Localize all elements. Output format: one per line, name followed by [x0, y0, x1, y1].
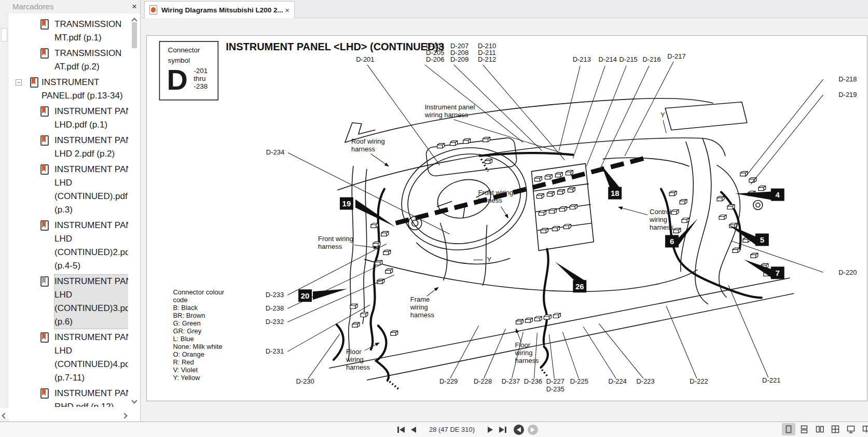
- connector-cube-icon: [557, 190, 564, 194]
- connector-cube-icon: [563, 224, 571, 229]
- connector-cube-icon: [534, 177, 542, 181]
- leader-line: [751, 95, 823, 185]
- bookmark-icon: [40, 220, 49, 231]
- harness-label: wiring: [346, 356, 364, 363]
- connector-cube-icon: [450, 141, 458, 146]
- document-canvas: INSTRUMENT PANEL <LHD> (CONTINUED)3 Conn…: [141, 18, 868, 421]
- connector-label: D-209: [450, 55, 469, 63]
- single-page-view-icon[interactable]: [782, 423, 795, 435]
- bookmark-item[interactable]: INSTRUMENT PANELLHD.pdf (p.1): [8, 105, 128, 132]
- bookmarks-vertical-scrollbar[interactable]: [131, 13, 138, 407]
- connector-label: D-228: [474, 377, 492, 385]
- wire-colour-label: Y: [660, 111, 665, 119]
- connector-cube-icon: [352, 322, 360, 327]
- bookmark-label: INSTRUMENT PANELLHD(CONTINUED)4.pdf(p.7-…: [54, 331, 128, 385]
- diagram-line-art: [329, 98, 794, 389]
- last-page-button[interactable]: [499, 427, 506, 433]
- leader-line: [287, 244, 387, 295]
- bookmark-item[interactable]: INSTRUMENT PANELRHD.pdf (p.12): [8, 387, 128, 407]
- document-tab[interactable]: Wiring DIagrams Mitsubishi L200 2... ×: [144, 1, 295, 18]
- split-view-view-icon[interactable]: [860, 423, 868, 435]
- history-forward-button[interactable]: [528, 425, 538, 435]
- connector-label: D-216: [642, 55, 660, 63]
- leader-line: [586, 66, 626, 166]
- connector-label: D-229: [439, 377, 458, 385]
- callout-pointer: [728, 224, 756, 245]
- tab-close-icon[interactable]: ×: [285, 6, 290, 15]
- harness-label: Front wiring: [478, 189, 514, 196]
- rail-handle[interactable]: [1, 28, 7, 41]
- history-back-button[interactable]: [514, 425, 524, 435]
- presentation-view-icon[interactable]: [844, 423, 858, 435]
- colour-code-line: BR: Brown: [173, 312, 205, 319]
- colour-code-line: R: Red: [173, 358, 194, 366]
- bookmark-label: INSTRUMENT PANELLHD(CONTINUED)3.pdf(p.6): [54, 275, 128, 329]
- bookmark-item[interactable]: INSTRUMENT PANELLHD(CONTINUED)3.pdf(p.6): [8, 275, 128, 329]
- connector-label: D-213: [573, 55, 591, 63]
- svg-text:-238: -238: [194, 82, 208, 90]
- bookmark-item[interactable]: TRANSMISSIONAT.pdf (p.2): [8, 47, 128, 74]
- connector-cube-icon: [717, 196, 724, 201]
- connector-cube-icon: [673, 228, 681, 233]
- colour-code-line: O: Orange: [173, 350, 204, 358]
- connector-cube-icon: [759, 186, 766, 191]
- scroll-left-icon[interactable]: [3, 411, 7, 420]
- leader-line: [534, 333, 537, 378]
- connector-cube-icon: [544, 315, 551, 319]
- connector-cube-icon: [539, 211, 546, 216]
- connector-cube-icon: [568, 188, 575, 192]
- previous-page-button[interactable]: [411, 427, 416, 433]
- panel-close-icon[interactable]: ×: [132, 1, 137, 13]
- bookmarks-horizontal-scrollbar[interactable]: [0, 408, 131, 418]
- scroll-down-icon[interactable]: [132, 396, 136, 405]
- facing-view-icon[interactable]: [813, 423, 826, 435]
- harness-label: harness: [318, 243, 342, 250]
- first-page-button[interactable]: [397, 427, 405, 433]
- connector-cube-icon: [381, 231, 389, 236]
- leader-line: [583, 327, 616, 378]
- connector-cube-icon: [733, 248, 740, 252]
- connector-cube-icon: [383, 250, 391, 255]
- bookmark-icon: [40, 332, 49, 343]
- connector-label: D-218: [838, 75, 857, 83]
- scrollbar-thumb[interactable]: [132, 22, 137, 48]
- bookmark-item[interactable]: INSTRUMENT PANELLHD(CONTINUED).pdf(p.3): [8, 163, 128, 217]
- document-area: Wiring DIagrams Mitsubishi L200 2... ×: [141, 0, 868, 421]
- connector-label: D-231: [266, 347, 284, 355]
- connector-cube-icon: [463, 139, 471, 144]
- leader-line: [288, 153, 450, 234]
- connector-label: D-220: [838, 269, 857, 276]
- leader-line: [599, 323, 643, 378]
- connector-symbol-box: Connector symbol D -201 thru -238: [159, 41, 218, 100]
- continuous-view-icon[interactable]: [797, 423, 811, 435]
- callout-number: 7: [776, 269, 780, 277]
- collapse-toggle-icon[interactable]: −: [16, 79, 22, 86]
- connector-cube-icon: [541, 228, 548, 233]
- next-page-button[interactable]: [488, 427, 493, 433]
- bookmark-item[interactable]: INSTRUMENT PANELLHD 2.pdf (p.2): [8, 134, 128, 161]
- connector-cube-icon: [669, 191, 677, 196]
- callout-number: 19: [342, 199, 351, 208]
- colour-code-line: V: Violet: [173, 366, 198, 374]
- bookmark-item[interactable]: −INSTRUMENTPANEL.pdf (p.13-34): [8, 76, 128, 103]
- connector-cube-icon: [553, 313, 560, 318]
- connector-cube-icon: [350, 304, 357, 308]
- bookmark-item[interactable]: INSTRUMENT PANELLHD(CONTINUED)4.pdf(p.7-…: [8, 331, 128, 385]
- connector-cube-icon: [566, 171, 573, 175]
- harness-label: Instrument panel: [425, 103, 475, 111]
- callout-number: 26: [575, 282, 584, 291]
- connector-cube-icon: [671, 210, 679, 215]
- page-number-display[interactable]: 28 (47 DE 310): [423, 426, 480, 433]
- harness-label: Frame: [410, 295, 430, 303]
- scroll-right-icon[interactable]: [122, 411, 127, 420]
- connector-label: D-225: [570, 377, 588, 385]
- connector-cube-icon: [555, 173, 562, 177]
- bookmark-item[interactable]: INSTRUMENT PANELLHD(CONTINUED)2.pdf(p.4-…: [8, 219, 128, 273]
- leader-line: [728, 285, 768, 377]
- continuous-facing-view-icon[interactable]: [829, 423, 842, 435]
- bookmark-label: INSTRUMENT PANELLHD 2.pdf (p.2): [54, 134, 128, 161]
- bookmark-icon: [40, 388, 49, 399]
- bookmark-item[interactable]: TRANSMISSIONMT.pdf (p.1): [8, 18, 128, 45]
- connector-label: D-222: [690, 377, 708, 385]
- connector-cube-icon: [570, 205, 577, 209]
